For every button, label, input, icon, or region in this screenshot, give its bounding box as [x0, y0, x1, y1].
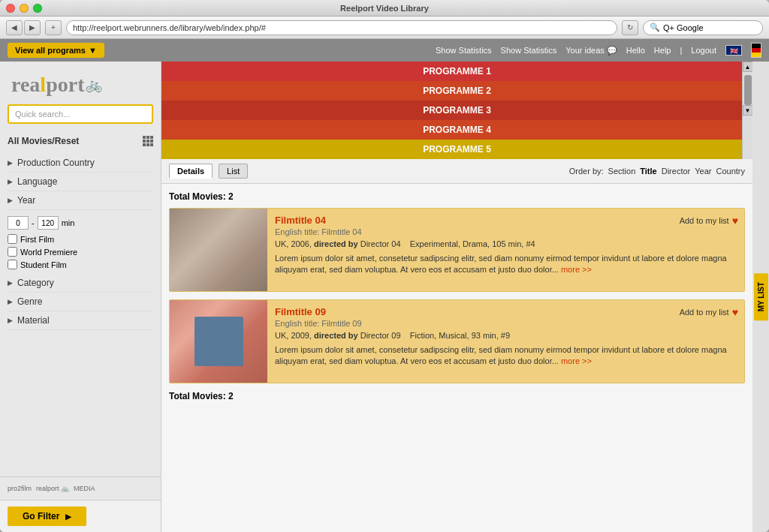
my-list-sidebar: MY LIST [752, 62, 769, 532]
order-by-country[interactable]: Country [716, 167, 745, 176]
chat-icon: 💬 [607, 46, 617, 56]
programme-3[interactable]: PROGRAMME 3 [161, 101, 752, 120]
movie-meta-2: UK, 2009, directed by Director 09 Fictio… [275, 331, 737, 340]
order-by-year[interactable]: Year [695, 167, 711, 176]
realport-logo: realport 🚲 [36, 485, 69, 492]
duration-separator: - [32, 218, 35, 227]
minimize-button[interactable] [20, 4, 29, 13]
order-by-title[interactable]: Title [640, 167, 656, 176]
add-to-list-2[interactable]: Add to my list ♥ [680, 306, 738, 318]
heart-icon-1: ♥ [732, 215, 738, 227]
order-by-director[interactable]: Director [662, 167, 691, 176]
movie-title-1[interactable]: Filmtitle 04 [275, 215, 737, 226]
tab-details[interactable]: Details [169, 164, 213, 179]
show-statistics-text[interactable]: Show Statistics [501, 46, 557, 55]
your-ideas-link[interactable]: Your ideas 💬 [565, 46, 617, 56]
duration-row: 0 - 120 min [0, 213, 161, 233]
filter-material[interactable]: ▶ Material [8, 311, 153, 330]
main-window: Reelport Video Library ◀ ▶ + http://reel… [0, 0, 769, 532]
back-button[interactable]: ◀ [6, 20, 23, 35]
my-list-tab[interactable]: MY LIST [754, 273, 768, 320]
movie-desc-2: Lorem ipsum dolor sit amet, consetetur s… [275, 344, 737, 368]
movie-thumb-1 [170, 209, 267, 291]
reload-button[interactable]: ↻ [622, 20, 638, 35]
student-film-checkbox-row: Student Film [0, 258, 161, 271]
scrollbar[interactable]: ▲ ▼ [742, 62, 752, 159]
filter-label: Production Country [17, 158, 95, 168]
filter-category[interactable]: ▶ Category [8, 274, 153, 293]
uk-flag-icon: 🇬🇧 [725, 45, 742, 56]
programme-4[interactable]: PROGRAMME 4 [161, 120, 752, 140]
header-right: Show Statistics Show Statistics Your ide… [436, 43, 761, 58]
filter-genre[interactable]: ▶ Genre [8, 293, 153, 311]
movie-desc-1: Lorem ipsum dolor sit amet, consetetur s… [275, 253, 737, 276]
movie-country-year-director: UK, 2006, directed by Director 04 [275, 239, 401, 248]
search-placeholder: Q+ Google [663, 23, 704, 32]
filter-label: Language [17, 176, 57, 187]
heart-icon-2: ♥ [732, 306, 738, 318]
hello-text: Hello [626, 46, 645, 55]
browser-search[interactable]: 🔍 Q+ Google [643, 20, 763, 35]
url-bar[interactable]: http://reelport.webrunners.de/library/we… [66, 20, 617, 35]
show-statistics-link[interactable]: Show Statistics [436, 46, 492, 55]
filter-label: Genre [17, 296, 42, 307]
arrow-icon: ▶ [8, 298, 13, 305]
total-movies-top: Total Movies: 2 [169, 191, 745, 202]
go-filter-button[interactable]: Go Filter [8, 506, 86, 526]
view-all-button[interactable]: View all programs ▼ [8, 43, 104, 58]
programme-2[interactable]: PROGRAMME 2 [161, 81, 752, 101]
order-by-controls: Order by: Section Title Director Year Co… [569, 167, 745, 176]
add-to-list-1[interactable]: Add to my list ♥ [680, 215, 738, 227]
window-title: Reelport Video Library [340, 4, 429, 13]
logout-link[interactable]: Logout [691, 46, 716, 55]
first-film-label: First Film [20, 235, 54, 244]
duration-max-spinner[interactable]: 120 [38, 216, 59, 230]
filter-language[interactable]: ▶ Language [8, 173, 153, 191]
quick-search-input[interactable]: Quick search... [8, 104, 153, 124]
scroll-down-button[interactable]: ▼ [743, 105, 753, 116]
movie-country-year-director-2: UK, 2009, directed by Director 09 [275, 331, 401, 340]
student-film-label: Student Film [20, 260, 67, 269]
arrow-icon: ▶ [8, 279, 13, 287]
more-link-2[interactable]: more >> [561, 356, 592, 365]
help-link[interactable]: Help [654, 46, 671, 55]
programme-1[interactable]: PROGRAMME 1 [161, 62, 752, 81]
all-movies-reset-button[interactable]: All Movies/Reset [0, 131, 161, 151]
filter-section: ▶ Production Country ▶ Language ▶ Year [0, 151, 161, 213]
scroll-thumb[interactable] [744, 75, 752, 105]
more-link-1[interactable]: more >> [561, 265, 592, 274]
duration-min-spinner[interactable]: 0 [8, 216, 29, 230]
programme-5[interactable]: PROGRAMME 5 [161, 140, 752, 159]
search-icon: 🔍 [650, 23, 660, 32]
titlebar: Reelport Video Library [0, 0, 769, 17]
scroll-up-button[interactable]: ▲ [743, 62, 753, 72]
separator: | [680, 46, 682, 55]
url-text: http://reelport.webrunners.de/library/we… [73, 23, 266, 32]
search-placeholder-text: Quick search... [15, 110, 70, 119]
filter-year[interactable]: ▶ Year [8, 191, 153, 210]
filter-production-country[interactable]: ▶ Production Country [8, 154, 153, 173]
forward-button[interactable]: ▶ [24, 20, 41, 35]
world-premiere-checkbox-row: World Premiere [0, 245, 161, 258]
arrow-icon: ▶ [8, 197, 13, 204]
list-controls: Details List Order by: Section Title Dir… [161, 159, 752, 184]
refresh-button[interactable]: + [45, 20, 62, 35]
arrow-icon: ▶ [8, 178, 13, 185]
duration-unit: min [62, 218, 75, 227]
movie-info-2: Filmtitle 09 English title: Filmtitle 09… [267, 300, 744, 383]
filter-section-2: ▶ Category ▶ Genre ▶ Material [0, 271, 161, 333]
app-header: View all programs ▼ Show Statistics Show… [0, 39, 769, 62]
order-by-section[interactable]: Section [608, 167, 636, 176]
movie-title-2[interactable]: Filmtitle 09 [275, 306, 737, 317]
logo: realport 🚲 [11, 73, 102, 97]
tab-list[interactable]: List [219, 164, 248, 179]
first-film-checkbox[interactable] [8, 234, 17, 244]
world-premiere-checkbox[interactable] [8, 247, 17, 257]
thumb-door-image [170, 300, 267, 383]
maximize-button[interactable] [33, 4, 42, 13]
pro2film-logo: pro2film [8, 485, 32, 492]
student-film-checkbox[interactable] [8, 260, 17, 269]
header-left: View all programs ▼ [8, 43, 104, 58]
close-button[interactable] [6, 4, 15, 13]
world-premiere-label: World Premiere [20, 248, 77, 257]
